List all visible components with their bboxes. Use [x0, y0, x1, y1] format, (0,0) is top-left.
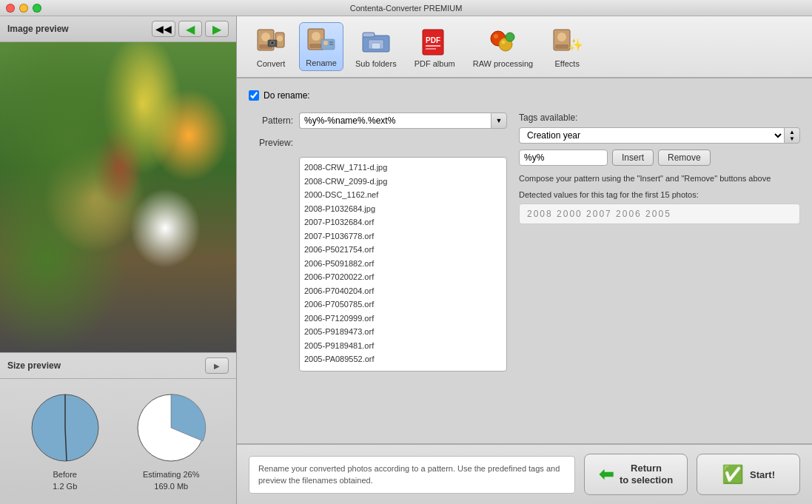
- pattern-label: Pattern:: [249, 115, 293, 126]
- list-item: 2006-P5021754.orf: [303, 243, 503, 257]
- after-label: Estimating 26% 169.0 Mb: [143, 469, 199, 492]
- list-item: 2006-P7040204.orf: [303, 284, 503, 298]
- tag-value-row: Insert Remove: [519, 149, 800, 166]
- toolbar-item-effects[interactable]: ✨ Effects: [545, 24, 589, 71]
- stepper-down-icon: ▼: [789, 135, 795, 142]
- pdfalbum-label: PDF album: [415, 59, 455, 68]
- toolbar-item-convert[interactable]: Convert: [249, 24, 293, 71]
- toolbar-item-rawprocessing[interactable]: RAW processing: [467, 24, 540, 71]
- start-button[interactable]: ✅ Start!: [697, 454, 800, 495]
- nav-prev-button[interactable]: ◀: [178, 21, 202, 37]
- rename-icon: [306, 26, 336, 56]
- convert-icon: [256, 27, 286, 56]
- pattern-input[interactable]: [299, 112, 491, 129]
- nav-next-button[interactable]: ▶: [205, 21, 229, 37]
- toolbar-item-rename[interactable]: Rename: [299, 22, 343, 71]
- insert-button[interactable]: Insert: [612, 149, 654, 166]
- svg-rect-25: [426, 45, 440, 47]
- list-item: 2007-P1032684.orf: [303, 215, 503, 229]
- list-item: 2005-P9189481.orf: [303, 339, 503, 353]
- svg-rect-20: [363, 33, 375, 37]
- list-item: 2006-P7120999.orf: [303, 312, 503, 326]
- image-preview-label: Image preview: [7, 24, 69, 34]
- detected-label: Detected values for this tag for the fir…: [519, 190, 800, 199]
- svg-point-13: [312, 32, 321, 41]
- tags-select[interactable]: Creation year: [519, 127, 784, 144]
- nav-prev-prev-button[interactable]: ◀◀: [152, 21, 175, 37]
- list-item: 2007-P1036778.orf: [303, 229, 503, 243]
- pattern-row: Pattern: ▼: [249, 112, 507, 129]
- pie-charts-area: Before 1.2 Gb Estimating 26% 169.0 Mb: [0, 379, 236, 504]
- return-to-selection-button[interactable]: ⬅ Return to selection: [584, 454, 688, 495]
- preview-list: 2008-CRW_1711-d.jpg 2008-CRW_2099-d.jpg …: [299, 157, 507, 372]
- pattern-dropdown-button[interactable]: ▼: [491, 112, 507, 129]
- pdfalbum-icon: PDF: [420, 27, 449, 56]
- play-button[interactable]: ▶: [205, 357, 229, 374]
- do-rename-label: Do rename:: [264, 90, 310, 101]
- tags-dropdown-row: Creation year ▲ ▼: [519, 127, 800, 144]
- window-title: Contenta-Converter PREMIUM: [350, 4, 463, 13]
- before-value: 1.2 Gb: [53, 481, 77, 492]
- toolbar-item-pdfalbum[interactable]: PDF PDF album: [409, 24, 461, 71]
- stepper-up-icon: ▲: [789, 129, 795, 135]
- tags-available-label: Tags available:: [519, 112, 800, 123]
- svg-rect-26: [426, 48, 436, 50]
- list-item: 2006-P7050785.orf: [303, 298, 503, 312]
- toolbar: Convert Rename: [237, 16, 812, 78]
- nav-buttons: ◀◀ ◀ ▶: [152, 21, 229, 37]
- size-preview-section: Size preview ▶ Before 1.2 Gb: [0, 352, 236, 504]
- svg-rect-14: [309, 44, 323, 48]
- preview-image: [0, 42, 236, 352]
- before-label: Before 1.2 Gb: [53, 469, 77, 492]
- list-item: 2006-P5091882.orf: [303, 257, 503, 271]
- close-button[interactable]: [6, 4, 15, 13]
- left-panel: Image preview ◀◀ ◀ ▶ Size preview ▶: [0, 16, 237, 504]
- maximize-button[interactable]: [33, 4, 41, 13]
- after-chart-container: Estimating 26% 169.0 Mb: [134, 391, 208, 492]
- minimize-button[interactable]: [19, 4, 28, 13]
- list-item: 2006-P7020022.orf: [303, 270, 503, 284]
- subfolders-icon: [361, 27, 391, 56]
- svg-point-29: [494, 34, 498, 38]
- svg-point-32: [506, 33, 514, 41]
- preview-label-row: Preview:: [249, 138, 507, 148]
- main-layout: Image preview ◀◀ ◀ ▶ Size preview ▶: [0, 16, 812, 504]
- svg-point-34: [557, 33, 566, 41]
- remove-button[interactable]: Remove: [658, 149, 711, 166]
- toolbar-item-subfolders[interactable]: Sub folders: [349, 24, 403, 71]
- window-controls: [6, 4, 41, 13]
- list-item: 2008-CRW_2099-d.jpg: [303, 175, 503, 189]
- effects-icon: ✨: [552, 27, 582, 56]
- after-title: Estimating 26%: [143, 469, 199, 480]
- start-label: Start!: [750, 469, 775, 480]
- after-value: 169.0 Mb: [143, 481, 199, 492]
- size-preview-header: Size preview ▶: [0, 353, 236, 379]
- svg-point-11: [271, 41, 274, 44]
- list-item: 2005-PA089552.orf: [303, 352, 503, 366]
- do-rename-row: Do rename:: [249, 90, 800, 101]
- tags-stepper[interactable]: ▲ ▼: [784, 127, 800, 144]
- pattern-input-wrapper: ▼: [299, 112, 507, 129]
- play-icon: ▶: [214, 362, 220, 370]
- compose-hint: Compose your pattern using the "Insert" …: [519, 173, 800, 184]
- tag-value-input[interactable]: [519, 149, 608, 166]
- nav-prev-icon: ◀: [186, 22, 195, 36]
- return-icon: ⬅: [599, 464, 614, 485]
- before-pie-chart: [28, 391, 102, 465]
- svg-point-16: [323, 41, 328, 45]
- before-title: Before: [53, 469, 77, 480]
- subfolders-label: Sub folders: [355, 59, 397, 68]
- return-label: Return to selection: [620, 463, 673, 485]
- list-item: 2008-P1032684.jpg: [303, 202, 503, 216]
- list-item: 2008-CRW_1711-d.jpg: [303, 161, 503, 175]
- do-rename-checkbox[interactable]: [249, 90, 259, 101]
- right-panel: Convert Rename: [237, 16, 812, 504]
- nav-next-icon: ▶: [212, 22, 221, 36]
- before-chart-container: Before 1.2 Gb: [28, 391, 102, 492]
- hint-text: Rename your converted photos according t…: [258, 464, 560, 485]
- svg-point-8: [277, 36, 283, 41]
- svg-rect-22: [372, 43, 380, 49]
- image-preview-area: [0, 42, 236, 352]
- rawprocessing-icon: [488, 27, 517, 56]
- nav-prev-prev-icon: ◀◀: [155, 23, 172, 35]
